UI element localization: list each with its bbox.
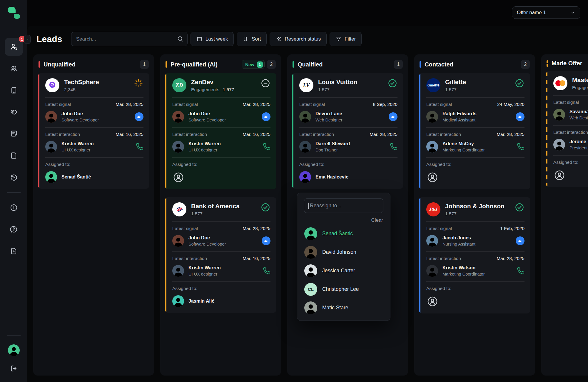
reassign-option[interactable]: Jessica Carter — [297, 261, 390, 280]
company-logo — [172, 202, 186, 216]
phone-icon[interactable] — [517, 267, 524, 275]
avatar — [172, 111, 184, 123]
person-name: Kristin Watson — [442, 265, 485, 271]
lead-card[interactable]: ZD ZenDev Engagements1 577 Latest signal… — [165, 73, 276, 189]
filter-button[interactable]: Filter — [330, 32, 362, 46]
text-cursor — [308, 203, 309, 209]
lead-card[interactable]: LV Louis Vuitton 1 577 Latest signal8 Se… — [292, 73, 403, 189]
lead-card[interactable]: J&J Johnson & Johnson 1 577 Latest signa… — [419, 197, 530, 313]
company-metric: 1 577 — [318, 87, 330, 92]
reassign-option[interactable]: Senad Šantić — [297, 224, 390, 243]
unassigned-person-icon[interactable] — [426, 171, 439, 184]
lead-card[interactable]: TechSphere 2,345 Latest signalMar. 28, 2… — [38, 73, 149, 189]
reassign-option[interactable]: Matic Stare — [297, 298, 390, 317]
lead-card[interactable]: MasterCard Engagements Latest signal Sav… — [546, 71, 588, 187]
new-badge: New 1 — [242, 60, 265, 69]
assignee-row[interactable]: Ema Hasicevic — [299, 171, 397, 183]
clear-button[interactable]: Clear — [371, 217, 383, 223]
column-count-badge: 2 — [267, 60, 276, 69]
sidebar-item-notes[interactable] — [0, 123, 27, 145]
column-unqualified: Unqualified 1 TechSphere 2,345 — [33, 54, 154, 376]
reassign-input[interactable] — [304, 198, 383, 213]
option-name: David Johnson — [322, 249, 356, 255]
filter-icon — [335, 36, 342, 42]
interaction-date: Mar. 28, 2025 — [497, 132, 524, 137]
phone-icon[interactable] — [136, 143, 143, 151]
thumbs-up-icon[interactable] — [516, 112, 524, 121]
person-role: Web Designer — [315, 118, 343, 122]
company-logo: ZD — [172, 78, 186, 92]
company-logo — [553, 76, 567, 90]
avatar — [426, 235, 438, 247]
sidebar-item-leads[interactable]: 1 — [0, 36, 27, 58]
person-name: Kristin Warren — [188, 265, 221, 271]
person-role: UI UX designer — [188, 148, 221, 152]
sort-button[interactable]: Sort — [237, 32, 267, 46]
sidebar-item-info[interactable] — [0, 197, 27, 218]
phone-icon[interactable] — [517, 143, 524, 151]
avatar — [172, 235, 184, 247]
logout-button[interactable] — [0, 363, 27, 374]
check-circle-icon — [260, 202, 270, 212]
chevron-right-icon — [26, 38, 29, 41]
assignee-name: Jasmin Alić — [188, 298, 214, 304]
user-avatar[interactable] — [8, 344, 20, 356]
offer-select[interactable]: Offer name 1 — [512, 6, 580, 19]
research-status-button[interactable]: Research status — [270, 32, 327, 46]
lead-card[interactable]: Gillette Gillette 1 577 Latest signal24 … — [419, 73, 530, 189]
person-name: Savannah Nguyen — [569, 109, 588, 114]
person-role: Marketing Coordinator — [442, 148, 485, 152]
sidebar-item-contacts[interactable] — [0, 58, 27, 79]
calendar-icon — [196, 36, 203, 42]
avatar — [426, 141, 438, 153]
unassigned-person-icon[interactable] — [426, 295, 439, 308]
thumbs-up-icon[interactable] — [262, 236, 270, 245]
avatar — [45, 171, 57, 183]
reassign-option[interactable]: CL Christopher Lee — [297, 280, 390, 298]
avatar-initials: CL — [304, 283, 317, 296]
sidebar-item-deals[interactable] — [0, 101, 27, 123]
phone-icon[interactable] — [263, 267, 270, 275]
sidebar-item-add-document[interactable] — [0, 240, 27, 262]
thumbs-up-icon[interactable] — [262, 112, 270, 121]
unassigned-person-icon[interactable] — [553, 169, 566, 181]
app-logo-icon[interactable] — [7, 6, 21, 19]
column-accent — [166, 61, 167, 68]
help-icon — [10, 225, 18, 233]
sidebar-item-help[interactable] — [0, 218, 27, 240]
sidebar-item-companies[interactable] — [0, 79, 27, 101]
check-circle-icon — [387, 78, 397, 88]
date-filter-button[interactable]: Last week — [191, 32, 234, 46]
phone-icon[interactable] — [263, 143, 270, 151]
card-accent — [165, 73, 166, 189]
sidebar-item-files[interactable] — [0, 145, 27, 166]
sidebar-expand-button[interactable] — [24, 35, 31, 44]
option-name: Jessica Carter — [322, 268, 355, 274]
company-logo: J&J — [426, 202, 440, 216]
lead-card[interactable]: Bank of America 1 577 Latest signalMar. … — [165, 197, 276, 313]
avatar — [299, 171, 311, 183]
reassign-option[interactable]: David Johnson — [297, 243, 390, 261]
company-metric: 1 577 — [445, 211, 457, 216]
assignee-row[interactable]: Jasmin Alić — [172, 295, 270, 307]
unassigned-person-icon[interactable] — [172, 171, 185, 184]
person-role: Software Developer — [188, 118, 226, 122]
column-title: Contacted — [425, 61, 453, 68]
sidebar-nav: 1 — [0, 36, 27, 262]
thumbs-up-icon[interactable] — [135, 112, 143, 121]
search-input[interactable] — [71, 32, 188, 46]
history-icon — [10, 173, 18, 181]
phone-icon[interactable] — [390, 143, 397, 151]
assignee-row[interactable]: Senad Šantić — [45, 171, 143, 183]
minus-circle-icon[interactable] — [260, 78, 270, 88]
sidebar-item-history[interactable] — [0, 166, 27, 188]
column-made-offer: Made Offer MasterCard Engagements — [541, 54, 588, 376]
person-name: Darrell Steward — [315, 141, 350, 146]
thumbs-up-icon[interactable] — [516, 236, 524, 245]
avatar — [299, 141, 311, 153]
thumbs-up-icon[interactable] — [389, 112, 397, 121]
signal-date: 1 Feb, 2020 — [500, 226, 524, 231]
building-icon — [10, 86, 18, 94]
company-name: Johnson & Johnson — [445, 203, 505, 210]
company-name: MasterCard — [572, 76, 588, 84]
